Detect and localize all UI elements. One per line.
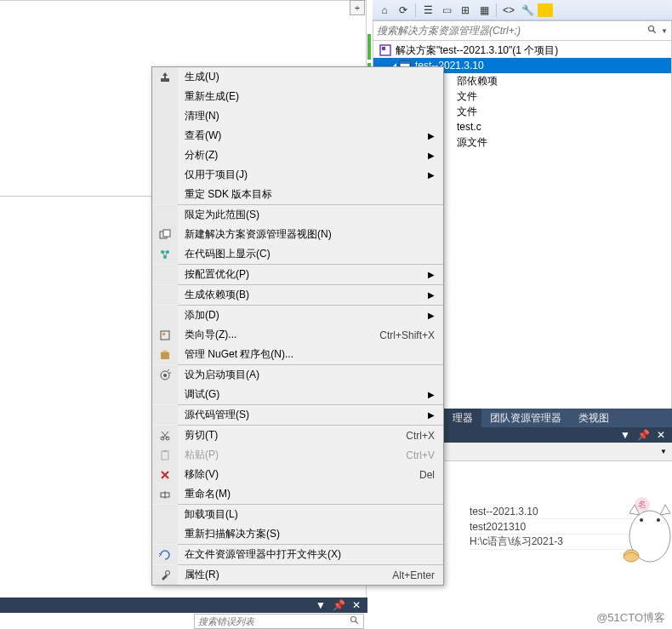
menu-item[interactable]: 调试(G)▶ — [152, 385, 443, 404]
menu-label: 限定为此范围(S) — [178, 208, 435, 222]
dropdown-icon[interactable]: ▼ — [661, 27, 668, 35]
menu-item[interactable]: 生成依赖项(B)▶ — [152, 285, 443, 305]
menu-label: 粘贴(P) — [178, 448, 397, 462]
refresh-icon[interactable]: ⟳ — [395, 2, 412, 19]
menu-item[interactable]: 按配置优化(P)▶ — [152, 265, 443, 284]
collapse-all-icon[interactable]: ☰ — [419, 2, 436, 19]
menu-label: 重定 SDK 版本目标 — [178, 187, 435, 202]
open-folder-icon — [152, 545, 178, 564]
home-icon[interactable]: ⌂ — [376, 2, 393, 19]
svg-point-0 — [649, 26, 654, 31]
submenu-arrow-icon: ▶ — [423, 270, 435, 279]
collapse-button[interactable]: ÷ — [350, 0, 365, 15]
menu-item[interactable]: 在代码图上显示(C) — [152, 244, 443, 264]
tab-class-view[interactable]: 类视图 — [570, 409, 618, 427]
separator-line — [0, 196, 151, 197]
menu-label: 重新扫描解决方案(S) — [178, 527, 435, 541]
menu-item[interactable]: 重新扫描解决方案(S) — [152, 524, 443, 544]
startup-icon — [152, 365, 178, 385]
menu-shortcut: Ctrl+Shift+X — [371, 329, 435, 341]
submenu-arrow-icon: ▶ — [423, 131, 435, 140]
menu-item[interactable]: 类向导(Z)...Ctrl+Shift+X — [152, 325, 443, 345]
menu-item[interactable]: 限定为此范围(S) — [152, 205, 443, 225]
menu-label: 属性(R) — [178, 568, 384, 582]
menu-item: 粘贴(P)Ctrl+V — [152, 445, 443, 465]
menu-item[interactable]: 卸载项目(L) — [152, 505, 443, 524]
codemap-icon — [152, 244, 178, 264]
search-solution-explorer[interactable]: ▼ — [373, 20, 672, 41]
tab-team-explorer[interactable]: 团队资源管理器 — [481, 409, 570, 427]
menu-item[interactable]: 源代码管理(S)▶ — [152, 405, 443, 425]
search-icon[interactable] — [350, 615, 360, 628]
menu-item[interactable]: 属性(R)Alt+Enter — [152, 565, 443, 585]
menu-item[interactable]: 清理(N) — [152, 106, 443, 126]
menu-shortcut: Del — [411, 469, 435, 481]
code-icon[interactable]: <> — [500, 2, 517, 19]
menu-item[interactable]: 管理 NuGet 程序包(N)... — [152, 345, 443, 364]
class-wizard-icon — [152, 325, 178, 345]
search-error-list[interactable] — [194, 614, 364, 629]
editor-top-border — [0, 0, 366, 1]
svg-rect-14 — [161, 352, 169, 359]
build-icon — [152, 67, 178, 87]
svg-rect-8 — [163, 230, 170, 237]
menu-shortcut: Ctrl+V — [397, 449, 435, 461]
menu-item[interactable]: 在文件资源管理器中打开文件夹(X) — [152, 545, 443, 564]
menu-icon-empty — [152, 405, 178, 425]
menu-item[interactable]: 查看(W)▶ — [152, 126, 443, 146]
menu-item[interactable]: 生成(U) — [152, 67, 443, 87]
preview-icon[interactable]: ▦ — [476, 2, 493, 19]
menu-icon-empty — [152, 87, 178, 106]
pin-icon[interactable]: 📌 — [333, 599, 345, 611]
menu-label: 新建解决方案资源管理器视图(N) — [178, 227, 435, 242]
menu-label: 清理(N) — [178, 109, 435, 123]
properties-icon[interactable]: ⊞ — [457, 2, 474, 19]
menu-item[interactable]: 仅用于项目(J)▶ — [152, 165, 443, 185]
menu-label: 移除(V) — [178, 467, 411, 482]
tab-explorer[interactable]: 理器 — [444, 409, 481, 427]
menu-item[interactable]: 新建解决方案资源管理器视图(N) — [152, 225, 443, 244]
show-all-icon[interactable]: ▭ — [438, 2, 455, 19]
menu-icon-empty — [152, 185, 178, 204]
svg-point-26 — [640, 518, 643, 522]
menu-label: 仅用于项目(J) — [178, 168, 423, 182]
solution-root[interactable]: 解决方案"test--2021.3.10"(1 个项目) — [373, 43, 671, 58]
wrench-icon[interactable]: 🔧 — [519, 2, 536, 19]
menu-label: 卸载项目(L) — [178, 507, 435, 522]
menu-item[interactable]: 重命名(M) — [152, 484, 443, 504]
submenu-arrow-icon: ▶ — [423, 410, 435, 420]
highlight-icon[interactable] — [538, 3, 553, 17]
search-icon[interactable] — [644, 25, 661, 37]
context-menu: 生成(U)重新生成(E)清理(N)查看(W)▶分析(Z)▶仅用于项目(J)▶重定… — [151, 66, 444, 586]
menu-item[interactable]: 添加(D)▶ — [152, 306, 443, 325]
separator — [415, 3, 416, 17]
cat-illustration — [621, 489, 672, 566]
menu-item[interactable]: 重新生成(E) — [152, 87, 443, 106]
menu-item[interactable]: 分析(Z)▶ — [152, 146, 443, 165]
menu-label: 调试(G) — [178, 387, 423, 402]
close-icon[interactable]: ✕ — [657, 429, 665, 441]
dropdown-icon[interactable]: ▼ — [316, 599, 326, 611]
menu-icon-empty — [152, 505, 178, 524]
search-error-input[interactable] — [198, 616, 350, 626]
pin-icon[interactable]: 📌 — [637, 429, 650, 441]
solution-label: 解决方案"test--2021.3.10"(1 个项目) — [396, 43, 558, 58]
submenu-arrow-icon: ▶ — [423, 311, 435, 320]
menu-icon-empty — [152, 165, 178, 185]
search-input[interactable] — [377, 25, 644, 37]
menu-item[interactable]: 移除(V)Del — [152, 465, 443, 484]
dropdown-icon[interactable]: ▼ — [620, 429, 630, 441]
menu-item[interactable]: 设为启动项目(A) — [152, 365, 443, 385]
menu-item[interactable]: 重定 SDK 版本目标 — [152, 185, 443, 204]
svg-point-28 — [624, 550, 639, 562]
menu-shortcut: Ctrl+X — [397, 430, 435, 442]
svg-point-23 — [351, 616, 356, 621]
menu-icon-empty — [152, 146, 178, 165]
right-tabs: 理器 团队资源管理器 类视图 — [444, 409, 672, 427]
svg-rect-19 — [162, 451, 168, 460]
menu-icon-empty — [152, 385, 178, 404]
menu-item[interactable]: 剪切(T)Ctrl+X — [152, 426, 443, 445]
close-icon[interactable]: ✕ — [352, 599, 361, 611]
new-view-icon — [152, 225, 178, 244]
dropdown-icon[interactable]: ▼ — [660, 448, 667, 455]
